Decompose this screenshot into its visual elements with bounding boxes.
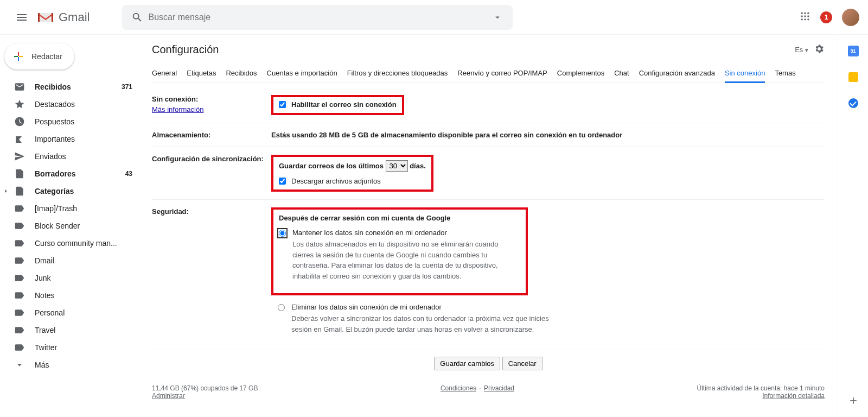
search-input[interactable] [148, 12, 487, 22]
side-panel: 31 [838, 35, 868, 417]
sidebar-item-11[interactable]: Junk [0, 269, 139, 287]
menu-button[interactable] [9, 4, 35, 30]
enable-offline-checkbox[interactable] [279, 101, 286, 108]
sidebar-item-8[interactable]: Block Sender [0, 217, 139, 235]
tab-etiquetas[interactable]: Etiquetas [187, 65, 216, 83]
tab-reenv-o-y-correo-pop-imap[interactable]: Reenvío y correo POP/IMAP [457, 65, 547, 83]
save-button[interactable]: Guardar cambios [434, 357, 500, 370]
calendar-icon[interactable]: 31 [848, 46, 859, 56]
sidebar: Redactar Recibidos371DestacadosPospuesto… [0, 35, 139, 417]
page-title: Configuración [152, 43, 219, 56]
manage-link[interactable]: Administrar [152, 392, 185, 400]
details-link[interactable]: Información detallada [762, 392, 825, 400]
tab-configuraci-n-avanzada[interactable]: Configuración avanzada [639, 65, 715, 83]
svg-point-7 [804, 18, 806, 20]
sync-section-label: Configuración de sincronización: [152, 155, 271, 192]
tab-general[interactable]: General [152, 65, 177, 83]
offline-section-label: Sin conexión: [152, 95, 198, 103]
compose-button[interactable]: Redactar [4, 43, 74, 70]
sidebar-item-10[interactable]: Dmail [0, 252, 139, 269]
more-info-link[interactable]: Más información [152, 105, 271, 113]
keep-data-desc: Los datos almacenados en tu dispositivo … [292, 239, 520, 281]
enable-offline-label: Habilitar el correo sin conexión [291, 100, 397, 109]
remove-data-radio[interactable] [278, 304, 285, 311]
apps-icon[interactable] [800, 11, 810, 23]
svg-point-8 [807, 18, 809, 20]
gmail-logo[interactable]: Gmail [37, 10, 90, 24]
activity-text: Última actividad de la cuenta: hace 1 mi… [697, 384, 825, 392]
sidebar-item-16[interactable]: Más [0, 356, 139, 374]
notifications-badge[interactable]: 1 [820, 11, 832, 23]
sidebar-item-3[interactable]: Importantes [0, 130, 139, 148]
sidebar-item-9[interactable]: Curso community man... [0, 235, 139, 252]
cancel-button[interactable]: Cancelar [502, 357, 542, 370]
settings-tabs: GeneralEtiquetasRecibidosCuentas e impor… [152, 65, 825, 83]
main-content: Configuración Es ▾ GeneralEtiquetasRecib… [139, 35, 838, 417]
storage-text: Estás usando 28 MB de 5 GB de almacenami… [271, 131, 622, 139]
sync-prefix: Guardar correos de los últimos [279, 162, 384, 170]
terms-link[interactable]: Condiciones [441, 384, 476, 392]
svg-point-5 [807, 15, 809, 17]
keep-data-label: Mantener los datos sin conexión en mi or… [292, 229, 520, 237]
gear-icon[interactable] [814, 43, 825, 56]
security-heading: Después de cerrar sesión con mi cuenta d… [279, 214, 450, 222]
sidebar-item-2[interactable]: Pospuestos [0, 113, 139, 130]
download-attachments-label: Descargar archivos adjuntos [291, 177, 381, 185]
download-attachments-checkbox[interactable] [279, 178, 286, 185]
svg-point-3 [801, 15, 803, 17]
sidebar-item-13[interactable]: Personal [0, 304, 139, 321]
tab-complementos[interactable]: Complementos [557, 65, 604, 83]
search-icon[interactable] [126, 11, 148, 23]
tab-filtros-y-direcciones-bloqueadas[interactable]: Filtros y direcciones bloqueadas [347, 65, 448, 83]
sidebar-item-0[interactable]: Recibidos371 [0, 78, 139, 96]
tab-temas[interactable]: Temas [775, 65, 795, 83]
remove-data-desc: Deberás volver a sincronizar los datos c… [291, 313, 563, 334]
search-options-dropdown[interactable] [487, 12, 508, 22]
svg-point-4 [804, 15, 806, 17]
svg-point-0 [801, 12, 803, 14]
svg-point-6 [801, 18, 803, 20]
tab-recibidos[interactable]: Recibidos [226, 65, 257, 83]
tasks-icon[interactable] [848, 98, 859, 109]
sync-suffix: días. [410, 162, 426, 170]
quota-text: 11,44 GB (67%) ocupados de 17 GB [152, 384, 258, 392]
sidebar-item-5[interactable]: Borradores43 [0, 165, 139, 182]
tab-cuentas-e-importaci-n[interactable]: Cuentas e importación [267, 65, 337, 83]
avatar[interactable] [842, 9, 859, 26]
sync-days-select[interactable]: 30 [386, 160, 408, 172]
sidebar-item-7[interactable]: [Imap]/Trash [0, 200, 139, 217]
privacy-link[interactable]: Privacidad [484, 384, 514, 392]
security-section-label: Seguridad: [152, 207, 271, 342]
svg-point-1 [804, 12, 806, 14]
storage-section-label: Almacenamiento: [152, 131, 271, 139]
remove-data-label: Eliminar los datos sin conexión de mi or… [291, 303, 563, 311]
svg-point-2 [807, 12, 809, 14]
sidebar-item-4[interactable]: Enviados [0, 148, 139, 165]
sidebar-item-15[interactable]: Twitter [0, 339, 139, 356]
add-icon[interactable] [848, 395, 859, 406]
compose-label: Redactar [31, 52, 62, 61]
language-selector[interactable]: Es ▾ [795, 46, 808, 54]
search-bar [122, 5, 513, 30]
tab-chat[interactable]: Chat [614, 65, 629, 83]
sidebar-item-12[interactable]: Notes [0, 287, 139, 304]
sidebar-item-14[interactable]: Travel [0, 321, 139, 339]
sidebar-item-1[interactable]: Destacados [0, 96, 139, 113]
tab-sin-conexi-n[interactable]: Sin conexión [725, 65, 765, 83]
keep-icon[interactable] [848, 72, 859, 83]
logo-text: Gmail [59, 10, 90, 24]
sidebar-item-6[interactable]: Categorías [0, 182, 139, 200]
keep-data-radio[interactable] [279, 230, 286, 237]
